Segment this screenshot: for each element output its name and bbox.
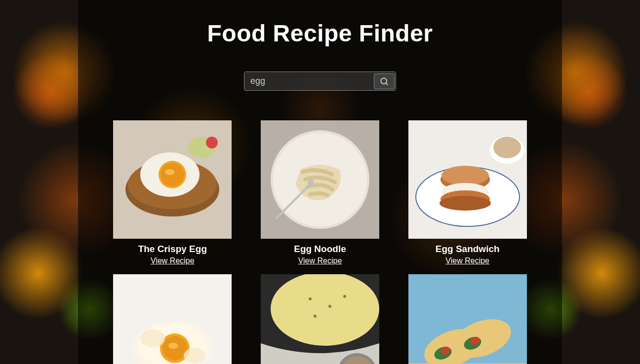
- svg-point-10: [206, 137, 218, 148]
- svg-point-20: [441, 166, 489, 185]
- svg-point-37: [314, 315, 317, 318]
- svg-point-34: [309, 297, 312, 300]
- recipe-card: [407, 274, 527, 364]
- view-recipe-link[interactable]: View Recipe: [298, 256, 342, 265]
- svg-point-35: [328, 305, 331, 308]
- recipe-card: Egg Sandwich View Recipe: [407, 120, 527, 265]
- recipe-title: Egg Sandwich: [436, 244, 500, 255]
- recipe-image: [113, 120, 232, 239]
- recipe-card: [260, 274, 380, 364]
- svg-point-0: [381, 78, 387, 84]
- recipe-image: [408, 120, 527, 239]
- recipe-title: The Crispy Egg: [138, 244, 207, 255]
- svg-point-8: [165, 169, 175, 175]
- svg-point-29: [168, 343, 178, 349]
- page-title: Food Recipe Finder: [78, 0, 562, 72]
- recipe-grid: The Crispy Egg View Recipe: [78, 120, 562, 364]
- recipe-image: [261, 274, 379, 364]
- view-recipe-link[interactable]: View Recipe: [151, 256, 195, 265]
- svg-point-36: [343, 295, 346, 298]
- main-container: Food Recipe Finder: [78, 0, 562, 364]
- recipe-card: [113, 274, 233, 364]
- svg-point-18: [493, 137, 521, 158]
- recipe-card: Egg Noodle View Recipe: [260, 120, 380, 265]
- search-input[interactable]: [244, 72, 373, 90]
- svg-point-31: [184, 348, 205, 364]
- search-wrapper: [244, 72, 396, 91]
- recipe-card: The Crispy Egg View Recipe: [113, 120, 233, 265]
- search-icon: [379, 76, 389, 86]
- search-container: [78, 72, 562, 91]
- svg-point-23: [440, 196, 491, 211]
- recipe-image: [113, 274, 232, 364]
- recipe-title: Egg Noodle: [294, 244, 346, 255]
- svg-point-33: [271, 274, 379, 346]
- recipe-image: [408, 274, 527, 364]
- search-button[interactable]: [374, 73, 395, 89]
- recipe-image: [261, 120, 379, 239]
- svg-line-1: [386, 83, 388, 85]
- view-recipe-link[interactable]: View Recipe: [445, 256, 489, 265]
- svg-point-30: [140, 329, 165, 347]
